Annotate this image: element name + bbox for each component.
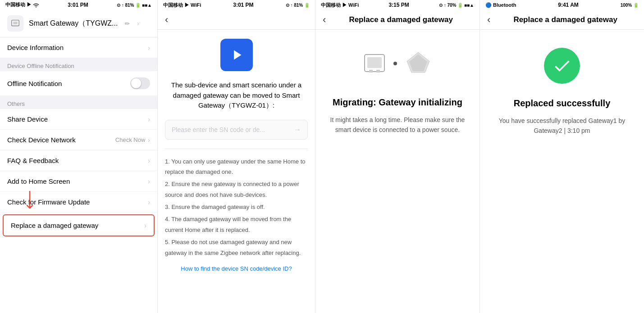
back-button-4[interactable]: ‹ [487, 14, 490, 26]
status-bar-3: 中国移动 ▶ WiFi 3:15 PM ⊙ ↑ 70% 🔋 ■■▲ [315, 0, 480, 10]
instruction-5: 5. Please do not use damaged gateway and… [165, 237, 308, 258]
nav-bar-2: ‹ [158, 10, 315, 30]
arrow-right-icon [228, 47, 245, 63]
menu-item-share-device[interactable]: Share Device › [0, 109, 157, 130]
back-button-3[interactable]: ‹ [323, 14, 326, 26]
menu-item-add-to-home-screen[interactable]: Add to Home Screen › [0, 171, 157, 192]
sn-input-row[interactable]: Please enter the SN code or de... → [165, 120, 308, 140]
edit-icon[interactable]: ✏ [125, 20, 130, 27]
menu-item-faq-feedback[interactable]: FAQ & Feedback › [0, 150, 157, 171]
svg-marker-7 [409, 54, 427, 71]
panel-device-settings: 中国移动 ▶ 3:01 PM ⊙ ↑ 81% 🔋 ■■▲ Smart Gatew… [0, 0, 158, 313]
sn-arrow-icon: → [294, 126, 301, 134]
wifi-icon [33, 2, 39, 9]
migration-icons [361, 48, 434, 79]
replace-gateway-chevron-icon: › [144, 222, 146, 229]
gateway-device-icon [361, 50, 388, 77]
others-section-header: Others [0, 99, 157, 109]
replace-gateway-wrapper: Replace a damaged gateway › [3, 214, 155, 236]
device-name: Smart Gateway（TYGWZ... [29, 19, 118, 28]
success-circle [544, 48, 580, 84]
instruction-3: 3. Ensure the damaged gateway is off. [165, 202, 308, 212]
checkmark-icon [552, 56, 572, 76]
chevron-icon: › [148, 44, 150, 51]
time-4: 9:41 AM [558, 2, 579, 8]
time-1: 3:01 PM [68, 2, 88, 8]
check-device-network-label: Check Device Network [7, 136, 76, 144]
panel-2-description: The sub-device and smart scenario under … [165, 80, 308, 111]
check-network-right: Check Now › [115, 136, 150, 144]
status-right-4: 100% 🔋 [621, 3, 639, 8]
offline-notification-label: Offline Notification [7, 80, 62, 87]
check-firmware-label: Check for Firmware Update [7, 198, 90, 206]
nav-title-3: Replace a damaged gateway [329, 15, 472, 24]
instruction-2: 2. Ensure the new gateway is connected t… [165, 179, 308, 200]
gateway-cloud-icon [402, 48, 434, 79]
back-button-2[interactable]: ‹ [165, 14, 168, 26]
share-device-chevron-icon: › [148, 116, 150, 123]
status-left-4: 🔵 Bluetooth [485, 2, 516, 8]
svg-rect-3 [367, 57, 382, 68]
status-bar-4: 🔵 Bluetooth 9:41 AM 100% 🔋 [480, 0, 644, 10]
menu-item-replace-damaged-gateway[interactable]: Replace a damaged gateway › [3, 214, 155, 236]
device-offline-notification-header: Device Offline Notification [0, 61, 157, 71]
status-right-3: ⊙ ↑ 70% 🔋 ■■▲ [439, 3, 474, 8]
menu-item-check-device-network[interactable]: Check Device Network Check Now › [0, 130, 157, 150]
menu-item-check-firmware[interactable]: Check for Firmware Update › [0, 192, 157, 213]
svg-rect-5 [376, 70, 380, 73]
device-icon [7, 15, 23, 32]
nav-bar-4: ‹ Replace a damaged gateway [480, 10, 644, 30]
share-device-label: Share Device [7, 115, 48, 123]
add-home-chevron-icon: › [148, 178, 150, 185]
time-3: 3:15 PM [388, 2, 409, 8]
folder-icon [220, 39, 253, 71]
check-network-chevron-icon: › [148, 136, 150, 144]
nav-bar-3: ‹ Replace a damaged gateway [315, 10, 480, 30]
dot-separator [393, 62, 397, 65]
status-left-2: 中国移动 ▶ WiFi [163, 2, 201, 9]
gateway-icon [10, 18, 20, 28]
migration-description: It might takes a long time. Please make … [326, 115, 469, 135]
check-now-label: Check Now [115, 136, 145, 143]
find-sn-link[interactable]: How to find the device SN code/device ID… [181, 265, 292, 272]
instruction-4: 4. The damaged gateway will be moved fro… [165, 214, 308, 235]
instruction-1: 1. You can only use gateway under the sa… [165, 156, 308, 177]
faq-feedback-label: FAQ & Feedback [7, 157, 59, 164]
status-right-2: ⊙ ↑ 81% 🔋 [286, 3, 310, 8]
svg-rect-4 [369, 70, 373, 73]
status-left-3: 中国移动 ▶ WiFi [321, 2, 359, 9]
firmware-chevron-icon: › [148, 199, 150, 206]
faq-chevron-icon: › [148, 157, 150, 164]
svg-rect-1 [13, 22, 17, 24]
panel-2-content: The sub-device and smart scenario under … [158, 30, 315, 313]
menu-item-offline-notification[interactable]: Offline Notification [0, 71, 157, 96]
success-title: Replaced successfully [514, 98, 611, 109]
offline-notification-toggle[interactable] [130, 77, 150, 89]
status-bar-1: 中国移动 ▶ 3:01 PM ⊙ ↑ 81% 🔋 ■■▲ [0, 0, 157, 10]
panel-3-content: Migrating: Gateway initializing It might… [315, 30, 480, 313]
status-bar-2: 中国移动 ▶ WiFi 3:01 PM ⊙ ↑ 81% 🔋 [158, 0, 315, 10]
device-header: Smart Gateway（TYGWZ... ✏ › [0, 10, 157, 37]
menu-section-info: Device Information › [0, 37, 157, 58]
panel-replace-gateway-input: 中国移动 ▶ WiFi 3:01 PM ⊙ ↑ 81% 🔋 ‹ The sub-… [158, 0, 315, 313]
instructions-list: 1. You can only use gateway under the sa… [165, 156, 308, 260]
device-information-label: Device Information [7, 44, 64, 51]
panel-migrating: 中国移动 ▶ WiFi 3:15 PM ⊙ ↑ 70% 🔋 ■■▲ ‹ Repl… [315, 0, 480, 313]
offline-section-divider: Device Offline Notification [0, 58, 157, 71]
status-left-1: 中国移动 ▶ [5, 1, 39, 8]
replace-damaged-gateway-label: Replace a damaged gateway [11, 222, 98, 229]
migration-title: Migrating: Gateway initializing [333, 97, 462, 108]
nav-title-4: Replace a damaged gateway [494, 15, 637, 24]
status-right-1: ⊙ ↑ 81% 🔋 ■■▲ [117, 3, 152, 8]
panel-success: 🔵 Bluetooth 9:41 AM 100% 🔋 ‹ Replace a d… [480, 0, 644, 313]
sn-input-placeholder: Please enter the SN code or de... [172, 126, 294, 133]
divider [165, 149, 308, 149]
success-description: You have successfully replaced Gateway1 … [491, 116, 633, 136]
panel-4-content: Replaced successfully You have successfu… [480, 30, 644, 313]
add-to-home-screen-label: Add to Home Screen [7, 177, 70, 185]
others-section-divider: Others [0, 96, 157, 109]
device-chevron-icon[interactable]: › [137, 20, 139, 27]
menu-item-device-information[interactable]: Device Information › [0, 37, 157, 58]
time-2: 3:01 PM [233, 2, 253, 8]
